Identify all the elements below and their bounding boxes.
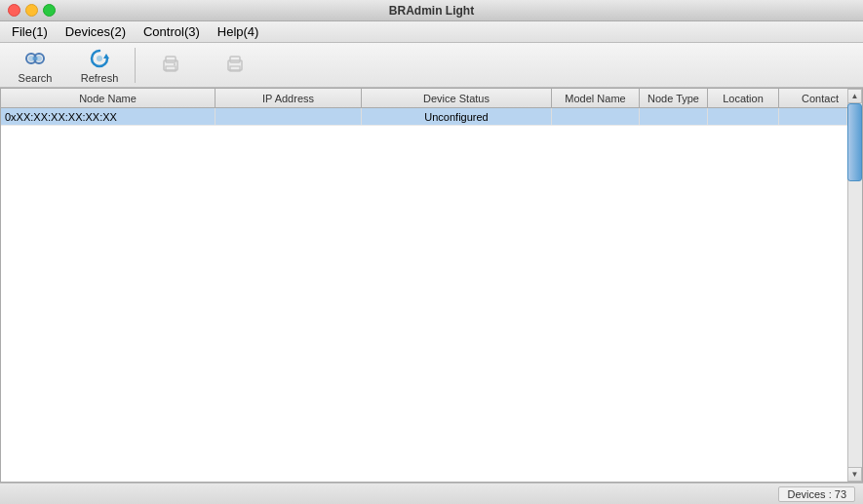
table-body[interactable]: 0xXX:XX:XX:XX:XX:XX Unconfigured xyxy=(1,108,847,482)
cell-contact xyxy=(779,108,847,125)
minimize-button[interactable] xyxy=(25,4,38,17)
menu-bar: File(1) Devices(2) Control(3) Help(4) xyxy=(0,21,863,43)
status-bar: Devices : 73 xyxy=(0,483,863,504)
config-icon xyxy=(223,53,247,76)
svg-marker-7 xyxy=(103,54,109,58)
device-table: Node Name IP Address Device Status Model… xyxy=(0,88,863,483)
scroll-down-arrow[interactable]: ▼ xyxy=(847,467,862,482)
col-header-model-name: Model Name xyxy=(552,89,640,107)
search-label: Search xyxy=(19,72,53,84)
col-header-node-name: Node Name xyxy=(1,89,216,107)
toolbar: Search Refresh xyxy=(0,43,863,88)
col-header-device-status: Device Status xyxy=(362,89,552,107)
search-icon xyxy=(23,47,47,70)
menu-devices[interactable]: Devices(2) xyxy=(58,22,134,41)
table-row[interactable]: 0xXX:XX:XX:XX:XX:XX Unconfigured xyxy=(1,108,847,126)
cell-ip-address xyxy=(216,108,362,125)
devices-count: Devices : 73 xyxy=(778,486,855,502)
table-header: Node Name IP Address Device Status Model… xyxy=(1,89,862,108)
cell-node-type xyxy=(640,108,708,125)
col-header-location: Location xyxy=(708,89,779,107)
config-button xyxy=(204,46,266,85)
col-header-node-type: Node Type xyxy=(640,89,708,107)
col-header-ip-address: IP Address xyxy=(216,89,362,107)
scroll-up-arrow[interactable]: ▲ xyxy=(847,89,862,103)
cell-model-name xyxy=(552,108,640,125)
toolbar-separator-1 xyxy=(135,48,136,83)
svg-rect-6 xyxy=(33,57,38,59)
print-button xyxy=(139,46,202,85)
menu-help[interactable]: Help(4) xyxy=(210,22,267,41)
window-title: BRAdmin Light xyxy=(389,4,474,18)
title-bar: BRAdmin Light xyxy=(0,0,863,21)
svg-point-8 xyxy=(97,56,102,61)
print-icon xyxy=(159,53,182,76)
cell-node-name: 0xXX:XX:XX:XX:XX:XX xyxy=(1,108,216,125)
maximize-button[interactable] xyxy=(43,4,56,17)
search-button[interactable]: Search xyxy=(4,46,66,85)
refresh-icon xyxy=(88,47,111,70)
cell-device-status: Unconfigured xyxy=(362,108,552,125)
svg-point-12 xyxy=(174,63,176,65)
svg-rect-10 xyxy=(166,57,176,62)
refresh-button[interactable]: Refresh xyxy=(68,46,131,85)
scroll-thumb[interactable] xyxy=(847,103,862,181)
refresh-label: Refresh xyxy=(81,72,119,84)
menu-file[interactable]: File(1) xyxy=(4,22,56,41)
menu-control[interactable]: Control(3) xyxy=(136,22,208,41)
close-button[interactable] xyxy=(8,4,20,17)
vertical-scrollbar[interactable]: ▲ ▼ xyxy=(847,89,862,482)
cell-location xyxy=(708,108,779,125)
window-controls[interactable] xyxy=(8,4,56,17)
svg-rect-14 xyxy=(230,57,240,62)
